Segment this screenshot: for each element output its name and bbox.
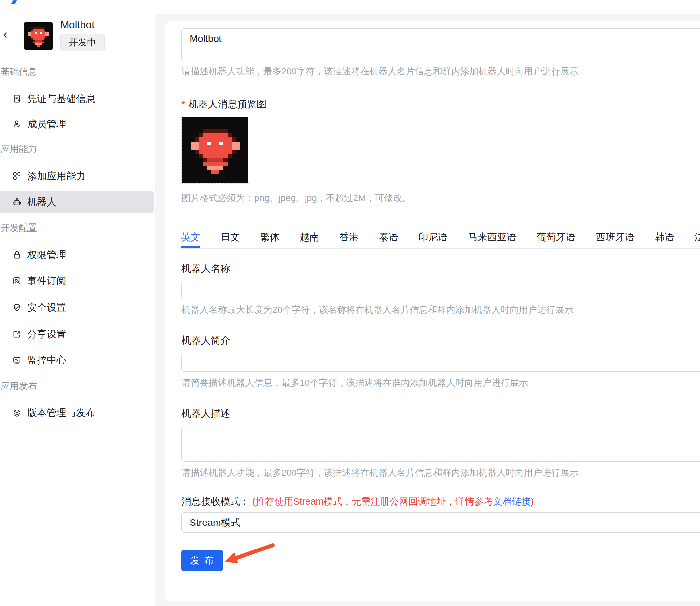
platform-logo-icon (11, 0, 18, 4)
section-basic-info: 基础信息 (1, 65, 37, 78)
tab-portuguese[interactable]: 葡萄牙语 (537, 226, 576, 248)
chevron-left-icon (1, 31, 10, 41)
tab-japanese[interactable]: 日文 (220, 226, 240, 248)
tab-traditional[interactable]: 繁体 (260, 226, 280, 248)
tab-spanish[interactable]: 西班牙语 (596, 226, 635, 248)
sidebar-item-add-capability[interactable]: 添加应用能力 (0, 165, 154, 187)
sidebar-item-credentials[interactable]: 凭证与基础信息 (0, 87, 154, 110)
tab-vietnamese[interactable]: 越南 (300, 226, 319, 248)
bot-desc-textarea[interactable] (182, 426, 700, 462)
bot-intro-label: 机器人简介 (182, 334, 230, 347)
tab-malay[interactable]: 马来西亚语 (468, 226, 516, 248)
sidebar-item-security[interactable]: 安全设置 (0, 296, 154, 319)
sidebar-item-label: 权限管理 (27, 249, 66, 262)
sidebar: Moltbot 开发中 基础信息 凭证与基础信息 成员 (0, 14, 155, 606)
lock-icon (13, 250, 21, 259)
sidebar-item-share-settings[interactable]: 分享设置 (0, 323, 154, 346)
bot-name-input[interactable] (182, 281, 700, 299)
section-app-release: 应用发布 (1, 380, 37, 393)
sidebar-item-label: 凭证与基础信息 (27, 92, 95, 106)
bot-intro-helper-text: 请简要描述机器人信息，最多10个字符，该描述将在群内添加机器人时向用户进行展示 (182, 377, 700, 389)
tab-indonesian[interactable]: 印尼语 (418, 226, 448, 248)
sidebar-menu: 基础信息 凭证与基础信息 成员管理 应用能力 (0, 59, 155, 606)
sidebar-item-label: 添加应用能力 (27, 169, 86, 183)
status-badge: 开发中 (61, 34, 104, 51)
language-tabs: 英文 日文 繁体 越南 香港 泰语 印尼语 马来西亚语 葡萄牙语 西班牙语 韩语… (181, 226, 700, 249)
member-icon (13, 119, 21, 129)
sidebar-item-label: 监控中心 (27, 354, 66, 367)
tab-thai[interactable]: 泰语 (379, 226, 399, 248)
sidebar-item-monitor-center[interactable]: 监控中心 (0, 349, 154, 372)
id-card-icon (13, 94, 21, 103)
bot-desc-label: 机器人描述 (182, 407, 230, 420)
back-button[interactable] (1, 31, 10, 41)
sidebar-item-label: 成员管理 (27, 118, 66, 131)
receive-mode-note: (推荐使用Stream模式，无需注册公网回调地址，详情参考文档链接) (252, 496, 534, 507)
bot-name-label: 机器人名称 (182, 262, 230, 275)
add-capability-icon (13, 171, 21, 181)
sidebar-item-robot[interactable]: 机器人 (0, 191, 154, 213)
tab-french[interactable]: 法语 (695, 226, 700, 248)
sidebar-item-label: 版本管理与发布 (27, 406, 95, 420)
tab-hongkong[interactable]: 香港 (339, 226, 359, 248)
tab-english[interactable]: 英文 (181, 226, 200, 248)
main-panel: Moltbot 请描述机器人功能，最多200字符，该描述将在机器人名片信息和群内… (165, 21, 700, 602)
description-helper-text: 请描述机器人功能，最多200字符，该描述将在机器人名片信息和群内添加机器人时向用… (182, 66, 700, 77)
bot-name-helper-text: 机器人名称最大长度为20个字符，该名称将在机器人名片信息和群内添加机器人时向用户… (182, 304, 700, 315)
receive-mode-label: 消息接收模式： (182, 496, 250, 507)
sidebar-item-event-subscription[interactable]: 事件订阅 (0, 270, 154, 292)
preview-image-uploader[interactable] (181, 116, 249, 184)
bot-preview-image (183, 117, 248, 183)
sidebar-item-permissions[interactable]: 权限管理 (0, 243, 154, 266)
sidebar-item-members[interactable]: 成员管理 (0, 113, 154, 135)
sidebar-item-label: 机器人 (27, 195, 56, 209)
section-dev-config: 开发配置 (1, 222, 37, 234)
receive-mode-row: 消息接收模式： (推荐使用Stream模式，无需注册公网回调地址，详情参考文档链… (182, 494, 534, 509)
sidebar-item-version-release[interactable]: 版本管理与发布 (0, 401, 154, 424)
receive-mode-value: Stream模式 (190, 517, 241, 528)
app-name: Moltbot (61, 19, 95, 30)
robot-icon (13, 197, 21, 207)
app-avatar (24, 22, 53, 50)
sidebar-item-label: 安全设置 (27, 301, 66, 314)
preview-image-helper-text: 图片格式必须为：png、jpeg、jpg，不超过2M，可修改。 (182, 192, 700, 204)
receive-mode-select[interactable]: Stream模式 (182, 512, 700, 533)
doc-link[interactable]: 文档链接 (493, 496, 531, 507)
top-bar (0, 0, 700, 14)
monitor-icon (13, 356, 21, 365)
preview-image-label: *机器人消息预览图 (182, 98, 267, 111)
sidebar-item-label: 事件订阅 (27, 274, 66, 288)
pixel-moth-avatar (24, 22, 53, 50)
layers-icon (13, 408, 21, 417)
bot-description-top-textarea[interactable]: Moltbot (182, 28, 700, 62)
required-asterisk: * (182, 99, 185, 110)
bot-desc-helper-text: 请描述机器人功能，最多200字符，该描述将在机器人名片信息和群内添加机器人时向用… (182, 467, 700, 479)
sidebar-item-label: 分享设置 (27, 328, 66, 341)
pixel-moth-avatar (183, 117, 248, 183)
rss-icon (13, 276, 21, 285)
shield-check-icon (13, 303, 21, 312)
tab-korean[interactable]: 韩语 (655, 226, 674, 248)
publish-button[interactable]: 发 布 (182, 550, 223, 571)
red-annotation-arrow (222, 542, 277, 568)
section-app-capability: 应用能力 (1, 143, 37, 156)
bot-intro-input[interactable] (182, 353, 700, 372)
share-icon (13, 330, 21, 339)
